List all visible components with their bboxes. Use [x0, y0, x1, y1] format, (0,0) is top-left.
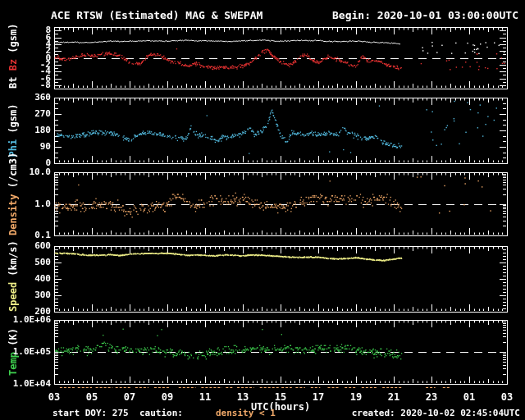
y-axis-label-part: Density — [7, 188, 19, 235]
y-tick-label-temp: 1.0E+04 — [13, 379, 51, 389]
x-tick-label: 03 — [42, 391, 66, 403]
y-axis-label-part: Bt — [7, 71, 19, 89]
y-tick-label-density: 0.1 — [34, 231, 51, 240]
y-axis-label-density: Density (/cm3) — [7, 172, 20, 235]
x-tick-label: 03 — [495, 391, 519, 403]
y-tick-label-speed: 500 — [34, 258, 51, 267]
footer-created-timestamp: created: 2020-10-02 02:45:04UTC — [352, 408, 520, 418]
x-tick-label: 19 — [344, 391, 368, 403]
y-tick-label-phi: 90 — [40, 142, 51, 152]
y-tick-label-temp: 1.0E+06 — [13, 315, 51, 325]
y-axis-label-mag: Bt Bz (gsm) — [7, 27, 20, 89]
y-axis-label-part: (gsm) — [7, 103, 19, 133]
x-tick-label: 23 — [419, 391, 444, 403]
x-tick-label: 09 — [155, 391, 180, 403]
y-tick-label-speed: 400 — [34, 274, 51, 284]
y-tick-label-density: 10.0 — [30, 167, 52, 177]
ace-rtsw-plot: ACE RTSW (Estimated) MAG & SWEPAM Begin:… — [0, 0, 525, 420]
x-tick-label: 11 — [193, 391, 217, 403]
footer-caution-label: caution: — [139, 408, 183, 418]
x-tick-label: 07 — [117, 391, 142, 403]
page-title: ACE RTSW (Estimated) MAG & SWEPAM — [51, 9, 262, 21]
footer-start-doy: start DOY: 275 — [52, 408, 129, 418]
y-axis-label-part: Speed — [7, 276, 19, 312]
y-axis-label-part: (/cm3) — [7, 153, 19, 188]
y-tick-label-temp: 1.0E+05 — [13, 347, 51, 357]
x-tick-label: 21 — [381, 391, 406, 403]
y-tick-label-phi: 270 — [34, 109, 51, 119]
y-tick-label-density: 1.0 — [34, 199, 51, 209]
y-axis-label-part: Bz — [7, 53, 19, 71]
y-axis-label-part: (km/s) — [7, 240, 19, 276]
y-tick-label-phi: 360 — [34, 93, 51, 103]
begin-timestamp: Begin: 2020-10-01 03:00:00UTC — [332, 9, 518, 21]
x-tick-label: 01 — [457, 391, 482, 403]
y-tick-label-mag: -8 — [40, 80, 51, 90]
y-tick-label-speed: 600 — [34, 241, 51, 251]
y-tick-label-speed: 300 — [34, 290, 51, 300]
x-tick-label: 05 — [80, 391, 104, 403]
y-axis-label-speed: Speed (km/s) — [7, 246, 20, 312]
plot-canvas — [0, 0, 525, 420]
y-axis-label-part: (K) — [7, 328, 19, 346]
footer-caution-value: density < 1 — [216, 408, 276, 418]
y-axis-label-part: (gsm) — [7, 24, 19, 53]
y-tick-label-phi: 180 — [34, 126, 51, 135]
